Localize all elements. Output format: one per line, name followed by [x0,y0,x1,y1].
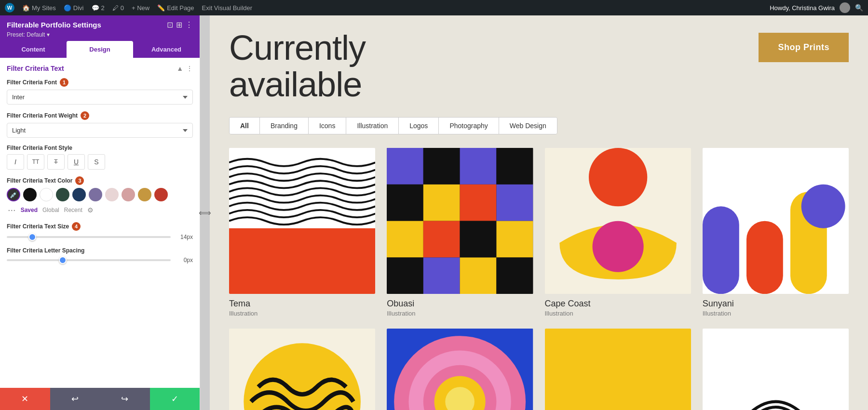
redo-button[interactable]: ↪ [100,388,150,410]
section-options-btn[interactable]: ⋮ [186,65,193,72]
item-name-cape-coast: Cape Coast [545,299,691,309]
underline-btn[interactable]: U [68,154,85,170]
strikeout-btn[interactable]: S [88,154,105,170]
undo-button[interactable]: ↩ [50,388,100,410]
cancel-button[interactable]: ✕ [0,388,50,410]
search-icon[interactable]: 🔍 [855,4,863,12]
user-avatar[interactable] [840,2,850,13]
howdy-text: Howdy, Christina Gwira [770,4,835,12]
svg-rect-14 [497,221,533,258]
svg-rect-24 [746,221,783,294]
section-filter-criteria-text: Filter Criteria Text ▲ ⋮ [7,65,193,72]
edit-page-link[interactable]: ✏️ Edit Page [157,4,194,12]
save-button[interactable]: ✓ [150,388,200,410]
color-rose[interactable] [122,188,135,201]
filter-tab-illustration[interactable]: Illustration [346,118,399,134]
color-dark-green[interactable] [56,188,69,201]
eyedropper-btn[interactable]: 💉 [7,188,20,201]
color-navy[interactable] [72,188,86,201]
svg-rect-36 [545,329,691,410]
font-label: Filter Criteria Font 1 [7,78,193,87]
collapse-section-btn[interactable]: ▲ [176,65,183,72]
item-name-obuasi: Obuasi [387,299,533,309]
comments-link[interactable]: 💬 2 [92,4,105,12]
divi-link[interactable]: 🔵 Divi [64,4,84,12]
svg-rect-16 [423,258,460,294]
letter-spacing-slider-row: 0px [7,257,193,264]
svg-rect-4 [423,148,460,185]
content-header: Currently available Shop Prints [229,30,849,103]
svg-rect-12 [423,221,460,258]
tab-content[interactable]: Content [0,41,67,58]
panel-title: Filterable Portfolio Settings [7,21,101,29]
main-content: Currently available Shop Prints All Bran… [210,15,868,410]
font-style-buttons: I TT T U S [7,154,193,170]
font-select[interactable]: Inter Roboto Open Sans Lato [7,90,193,105]
new-content-link[interactable]: + New [132,4,149,12]
panel-grid-icon[interactable]: ⊞ [176,20,182,29]
portfolio-item-cape-coast[interactable]: Cape Coast Illustration [545,148,691,317]
color-purple-light[interactable] [89,188,102,201]
shop-prints-button[interactable]: Shop Prints [759,33,849,62]
text-color-badge: 3 [75,176,84,185]
font-weight-badge: 2 [81,111,89,120]
color-tab-recent[interactable]: Recent [64,207,82,213]
font-weight-field-row: Filter Criteria Font Weight 2 Light Regu… [7,111,193,138]
filter-tab-branding[interactable]: Branding [260,118,309,134]
portfolio-thumb-5 [229,329,375,410]
filter-tab-web-design[interactable]: Web Design [499,118,557,134]
portfolio-item-obuasi[interactable]: Obuasi Illustration [387,148,533,317]
color-gold[interactable] [138,188,151,201]
filter-tab-all[interactable]: All [230,118,260,134]
portfolio-item-sunyani[interactable]: Sunyani Illustration [703,148,849,317]
color-white[interactable] [40,188,53,201]
item-cat-cape-coast: Illustration [545,310,691,317]
panel-resize-icon[interactable]: ⊡ [167,20,173,29]
tab-design[interactable]: Design [67,41,133,58]
filter-tab-photography[interactable]: Photography [439,118,499,134]
color-pink-light[interactable] [105,188,119,201]
panel-body: Filter Criteria Text ▲ ⋮ Filter Criteria… [0,58,200,388]
panel-preset[interactable]: Preset: Default ▾ [7,31,193,38]
filter-tab-logos[interactable]: Logos [399,118,439,134]
color-red[interactable] [154,188,168,201]
portfolio-item-8[interactable] [703,329,849,410]
svg-rect-23 [703,206,739,294]
exit-builder-link[interactable]: Exit Visual Builder [202,4,253,12]
portfolio-item-5[interactable] [229,329,375,410]
color-settings-icon[interactable]: ⚙ [87,206,94,214]
color-tab-global[interactable]: Global [42,207,59,213]
portfolio-item-6[interactable]: ··· [387,329,533,410]
portfolio-item-7[interactable] [545,329,691,410]
tab-advanced[interactable]: Advanced [133,41,200,58]
pending-comments-link[interactable]: 🖊 0 [112,4,124,12]
text-color-field-row: Filter Criteria Text Color 3 💉 ··· [7,176,193,215]
font-style-field-row: Filter Criteria Font Style I TT T U S [7,145,193,170]
wordpress-icon[interactable]: W [5,3,14,13]
portfolio-item-tema[interactable]: Tema Illustration [229,148,375,317]
my-sites-link[interactable]: 🏠 My Sites [22,4,56,12]
font-weight-select[interactable]: Light Regular Medium Bold [7,123,193,138]
content-title: Currently available [229,30,366,103]
italic-btn[interactable]: I [7,154,24,170]
text-size-value: 14px [176,234,193,240]
color-black[interactable] [23,188,37,201]
portfolio-thumb-cape-coast [545,148,691,294]
text-size-slider[interactable] [7,236,171,238]
letter-spacing-slider[interactable] [7,259,171,261]
more-colors-btn[interactable]: ··· [8,204,16,215]
svg-rect-15 [387,258,423,294]
panel-header: Filterable Portfolio Settings ⊡ ⊞ ⋮ Pres… [0,15,200,41]
svg-rect-18 [497,258,533,294]
svg-point-26 [801,185,845,228]
svg-point-20 [588,148,647,206]
filter-tab-icons[interactable]: Icons [309,118,346,134]
item-name-sunyani: Sunyani [703,299,849,309]
preset-chevron-icon: ▾ [47,31,50,38]
strikethrough-btn[interactable]: T [47,154,65,170]
tt-btn[interactable]: TT [27,154,44,170]
resize-handle[interactable]: ⟺ [200,15,210,410]
panel-menu-icon[interactable]: ⋮ [185,20,193,29]
color-tab-saved[interactable]: Saved [21,207,38,213]
svg-rect-9 [460,185,497,221]
